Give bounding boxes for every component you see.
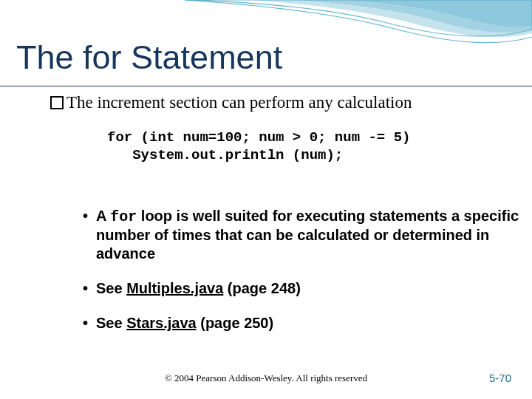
title-underline <box>0 86 532 86</box>
bullet-1-code: for <box>110 208 137 225</box>
footer-page-number: 5-70 <box>489 372 511 384</box>
bullet-item-2: See Multiples.java (page 248) <box>96 279 525 298</box>
intro-text: The increment section can perform any ca… <box>66 93 480 112</box>
bullet-1-pre: A <box>96 208 110 224</box>
code-sample: for (int num=100; num > 0; num -= 5) Sys… <box>107 129 410 165</box>
bullet-3-pre: See <box>96 315 126 331</box>
code-line-2: System.out.println (num); <box>107 147 343 163</box>
slide-title: The for Statement <box>16 38 282 77</box>
bullet-1-post: loop is well suited for executing statem… <box>96 208 519 262</box>
bullet-3-post: (page 250) <box>197 315 273 331</box>
footer-copyright: © 2004 Pearson Addison-Wesley. All right… <box>0 372 532 384</box>
bullet-2-link: Multiples.java <box>126 280 223 296</box>
bullet-item-3: See Stars.java (page 250) <box>96 314 525 332</box>
bullet-list: A for loop is well suited for executing … <box>66 207 525 349</box>
bullet-3-link: Stars.java <box>126 315 197 331</box>
bullet-item-1: A for loop is well suited for executing … <box>96 207 525 263</box>
checkbox-bullet-icon <box>50 96 64 109</box>
code-line-1: for (int num=100; num > 0; num -= 5) <box>107 129 410 146</box>
bullet-2-post: (page 248) <box>223 280 300 296</box>
slide: The for Statement The increment section … <box>0 0 532 399</box>
bullet-2-pre: See <box>96 280 126 296</box>
